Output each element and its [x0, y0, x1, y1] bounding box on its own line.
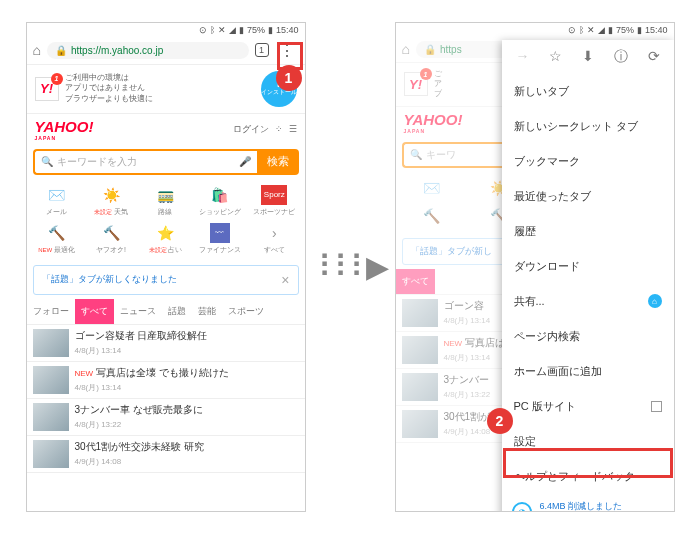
status-icons: ⊙ ᛒ ✕ ◢ ▮ 75% ▮ 15:40 [199, 25, 299, 35]
bluetooth-icon: ᛒ [579, 25, 584, 35]
promo-line-3: ブラウザーよりも快適に [65, 94, 153, 104]
tab-all[interactable]: すべて [396, 269, 435, 294]
battery-icon: ▮ [637, 25, 642, 35]
search-row: 🔍 キーワードを入力 🎤 検索 [27, 145, 305, 179]
tab-switcher[interactable]: 1 [255, 43, 269, 57]
battery-text: 75% [616, 25, 634, 35]
shopping-icon: 🛍️ [210, 185, 230, 205]
svc-auction[interactable]: 🔨ヤフオク! [85, 221, 137, 257]
lock-icon: 🔒 [424, 44, 436, 55]
info-icon[interactable]: ⓘ [614, 48, 628, 66]
notification-badge: 1 [420, 68, 432, 80]
svc-all[interactable]: ›すべて [248, 221, 300, 257]
cast-icon[interactable]: ⌂ [648, 294, 662, 308]
svc-weather[interactable]: ☀️未設定 天気 [85, 183, 137, 219]
close-icon[interactable]: × [281, 272, 289, 288]
news-thumbnail [33, 366, 69, 394]
menu-new-tab[interactable]: 新しいタブ [502, 74, 674, 109]
tab-topic[interactable]: 話題 [162, 299, 192, 324]
info-strip[interactable]: 「話題」タブが新しくなりました × [33, 265, 299, 295]
promo-line: ア [434, 79, 442, 89]
mic-icon[interactable]: 🎤 [239, 156, 251, 167]
svc-optimize[interactable]: 🔨 [400, 204, 465, 230]
location-icon: ⊙ [568, 25, 576, 35]
login-link[interactable]: ログイン [233, 123, 269, 136]
svc-transit[interactable]: 🚃路線 [139, 183, 191, 219]
wifi-icon: ◢ [598, 25, 605, 35]
search-icon: 🔍 [410, 149, 422, 160]
menu-data-saver[interactable]: ◔ 6.4MB 削減しました (3月9日以降) [502, 494, 674, 512]
search-placeholder: キーワ [426, 148, 456, 162]
signal-icon: ▮ [239, 25, 244, 35]
reload-icon[interactable]: ⟳ [648, 48, 660, 66]
mail-icon: ✉️ [47, 185, 67, 205]
notification-badge: 1 [51, 73, 63, 85]
tab-sports[interactable]: スポーツ [222, 299, 270, 324]
svc-mail[interactable]: ✉️ [400, 176, 465, 202]
sparkle-icon[interactable]: ⁘ [275, 124, 283, 134]
menu-add-home[interactable]: ホーム画面に追加 [502, 354, 674, 389]
star-icon: ⭐ [155, 223, 175, 243]
phone-right: ⊙ ᛒ ✕ ◢ ▮ 75% ▮ 15:40 ⌂ 🔒 https Y! 1 ご ア… [395, 22, 675, 512]
search-input[interactable]: 🔍 キーワードを入力 🎤 [33, 149, 257, 175]
optimize-icon: 🔨 [422, 206, 442, 226]
home-icon[interactable]: ⌂ [402, 41, 410, 57]
menu-find[interactable]: ページ内検索 [502, 319, 674, 354]
wifi-icon: ◢ [229, 25, 236, 35]
menu-recent-tabs[interactable]: 最近使ったタブ [502, 179, 674, 214]
news-thumbnail [402, 299, 438, 327]
tab-follow[interactable]: フォロー [27, 299, 75, 324]
bookmark-star-icon[interactable]: ☆ [549, 48, 562, 66]
svc-mail[interactable]: ✉️メール [31, 183, 83, 219]
news-item[interactable]: 30代1割が性交渉未経験 研究4/9(月) 14:08 [27, 436, 305, 473]
lock-icon: 🔒 [55, 45, 67, 56]
vibrate-icon: ✕ [587, 25, 595, 35]
tab-entertainment[interactable]: 芸能 [192, 299, 222, 324]
yahoo-header: YAHOO! JAPAN ログイン ⁘ ☰ [27, 114, 305, 145]
callout-number-1: 1 [276, 65, 302, 91]
data-saver-text: 6.4MB 削減しました [540, 501, 623, 511]
yahoo-logo[interactable]: YAHOO! JAPAN [35, 118, 94, 141]
menu-icon[interactable]: ☰ [289, 124, 297, 134]
vibrate-icon: ✕ [218, 25, 226, 35]
status-bar: ⊙ ᛒ ✕ ◢ ▮ 75% ▮ 15:40 [396, 23, 674, 37]
url-field[interactable]: 🔒 https://m.yahoo.co.jp [47, 42, 249, 59]
news-thumbnail [402, 410, 438, 438]
menu-share[interactable]: 共有...⌂ [502, 284, 674, 319]
news-item[interactable]: 3ナンバー車 なぜ販売最多に4/8(月) 13:22 [27, 399, 305, 436]
status-bar: ⊙ ᛒ ✕ ◢ ▮ 75% ▮ 15:40 [27, 23, 305, 37]
svc-optimize[interactable]: 🔨NEW 最適化 [31, 221, 83, 257]
auction-icon: 🔨 [101, 223, 121, 243]
search-button[interactable]: 検索 [257, 149, 299, 175]
promo-line: ご [434, 69, 442, 79]
yahoo-logo[interactable]: YAHOO!JAPAN [404, 111, 463, 134]
optimize-icon: 🔨 [47, 223, 67, 243]
battery-icon: ▮ [268, 25, 273, 35]
menu-history[interactable]: 履歴 [502, 214, 674, 249]
news-thumbnail [33, 329, 69, 357]
bluetooth-icon: ᛒ [210, 25, 215, 35]
info-strip[interactable]: 「話題」タブが新し [402, 238, 507, 265]
news-item[interactable]: ゴーン容疑者 日産取締役解任4/8(月) 13:14 [27, 325, 305, 362]
svc-fortune[interactable]: ⭐未設定 占い [139, 221, 191, 257]
menu-downloads[interactable]: ダウンロード [502, 249, 674, 284]
download-icon[interactable]: ⬇ [582, 48, 594, 66]
transition-arrow: ⠇⠇⠇▶ [314, 249, 387, 284]
svc-finance[interactable]: 〰ファイナンス [194, 221, 246, 257]
news-thumbnail [33, 440, 69, 468]
menu-bookmarks[interactable]: ブックマーク [502, 144, 674, 179]
battery-text: 75% [247, 25, 265, 35]
tab-all[interactable]: すべて [75, 299, 114, 324]
forward-icon[interactable]: → [515, 48, 529, 66]
menu-desktop-site[interactable]: PC 版サイト [502, 389, 674, 424]
menu-incognito[interactable]: 新しいシークレット タブ [502, 109, 674, 144]
tab-news[interactable]: ニュース [114, 299, 162, 324]
checkbox-icon[interactable] [651, 401, 662, 412]
home-icon[interactable]: ⌂ [33, 42, 41, 58]
svc-shopping[interactable]: 🛍️ショッピング [194, 183, 246, 219]
info-text: 「話題」タブが新しくなりました [42, 273, 177, 286]
news-item[interactable]: NEW写真店は全壊 でも撮り続けた4/8(月) 13:14 [27, 362, 305, 399]
mail-icon: ✉️ [422, 178, 442, 198]
svc-sports[interactable]: Sporzスポーツナビ [248, 183, 300, 219]
news-list: ゴーン容疑者 日産取締役解任4/8(月) 13:14 NEW写真店は全壊 でも撮… [27, 325, 305, 473]
